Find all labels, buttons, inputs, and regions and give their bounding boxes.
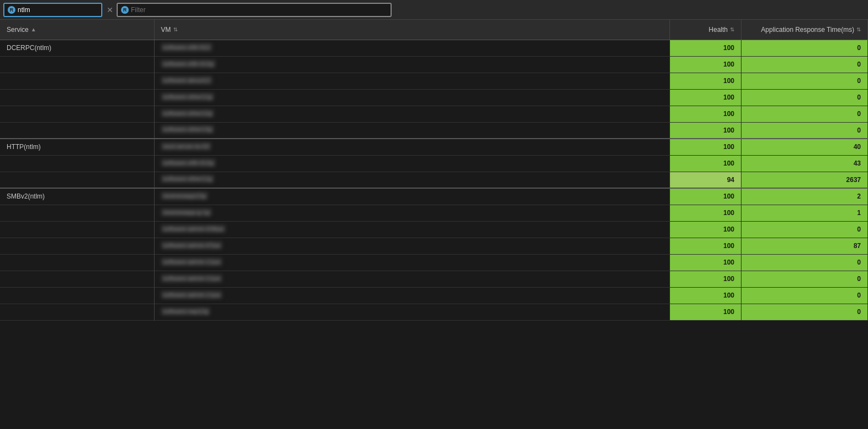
health-cell: 100 <box>670 155 741 172</box>
top-bar: R ✕ R <box>0 0 868 20</box>
health-cell: 100 <box>670 122 741 139</box>
filter-input[interactable] <box>131 6 384 14</box>
art-cell: 0 <box>741 122 868 139</box>
table-row: software-admin-11pa1000 <box>0 271 868 287</box>
table-row: software-other11g942637 <box>0 172 868 188</box>
vm-cell: software-other12g <box>154 106 670 122</box>
health-cell: 100 <box>670 238 741 254</box>
service-cell <box>0 205 154 221</box>
art-cell: 0 <box>741 221 868 238</box>
service-cell <box>0 238 154 254</box>
health-cell: 100 <box>670 221 741 238</box>
vm-cell: software-admin-07pa <box>154 238 670 254</box>
service-cell: HTTP(ntlm) <box>0 139 154 155</box>
art-cell: 0 <box>741 56 868 73</box>
health-cell: 100 <box>670 106 741 122</box>
table-header-row: Service ▲ VM ⇅ Health ⇅ <box>0 20 868 40</box>
health-cell: 100 <box>670 205 741 221</box>
health-cell: 100 <box>670 89 741 106</box>
data-table: Service ▲ VM ⇅ Health ⇅ <box>0 20 868 321</box>
vm-cell: software-x86-013g <box>154 56 670 73</box>
health-cell: 94 <box>670 172 741 188</box>
health-cell: 100 <box>670 254 741 271</box>
art-cell: 0 <box>741 304 868 320</box>
sort-icon-service: ▲ <box>31 26 36 32</box>
art-cell: 87 <box>741 238 868 254</box>
art-cell: 0 <box>741 254 868 271</box>
vm-cell: software-admin-11pa <box>154 287 670 304</box>
vm-cell: software-other13g <box>154 122 670 139</box>
table-row: SMBv2(ntlm)newnewapp13g1002 <box>0 188 868 205</box>
art-cell: 1 <box>741 205 868 221</box>
table-row: software-other11g1000 <box>0 89 868 106</box>
search-tag-circle: R <box>8 6 15 14</box>
table-row: software-about121000 <box>0 73 868 89</box>
vm-cell: software-admin-038pa <box>154 221 670 238</box>
service-cell <box>0 271 154 287</box>
table-row: software-admin-07pa10087 <box>0 238 868 254</box>
search-input[interactable] <box>18 6 73 14</box>
art-cell: 0 <box>741 271 868 287</box>
table-row: software-admin-038pa1000 <box>0 221 868 238</box>
art-cell: 0 <box>741 106 868 122</box>
service-cell <box>0 287 154 304</box>
health-cell: 100 <box>670 139 741 155</box>
vm-cell: software-x86-013g <box>154 155 670 172</box>
vm-cell: software-nap12g <box>154 304 670 320</box>
service-cell <box>0 56 154 73</box>
col-header-art[interactable]: Application Response Time(ms) ⇅ <box>741 20 868 40</box>
art-cell: 0 <box>741 40 868 56</box>
table-row: software-nap12g1000 <box>0 304 868 320</box>
art-cell: 43 <box>741 155 868 172</box>
service-cell <box>0 254 154 271</box>
service-cell <box>0 89 154 106</box>
table-row: software-admin-11pa1000 <box>0 287 868 304</box>
table-row: DCERPC(ntlm)software-x86-0121000 <box>0 40 868 56</box>
data-table-container: Service ▲ VM ⇅ Health ⇅ <box>0 20 868 321</box>
close-icon[interactable]: ✕ <box>107 6 113 14</box>
art-cell: 0 <box>741 73 868 89</box>
search-tag[interactable]: R <box>3 3 102 17</box>
table-row: newnewapp-g-1g1001 <box>0 205 868 221</box>
table-row: software-x86-013g10043 <box>0 155 868 172</box>
art-cell: 2 <box>741 188 868 205</box>
table-row: software-x86-013g1000 <box>0 56 868 73</box>
col-header-health[interactable]: Health ⇅ <box>670 20 741 40</box>
vm-cell: software-x86-012 <box>154 40 670 56</box>
vm-cell: software-admin-11pa <box>154 271 670 287</box>
table-row: HTTP(ntlm)next-server-to-0210040 <box>0 139 868 155</box>
health-cell: 100 <box>670 56 741 73</box>
service-cell: SMBv2(ntlm) <box>0 188 154 205</box>
art-cell: 2637 <box>741 172 868 188</box>
service-cell <box>0 304 154 320</box>
vm-cell: newnewapp13g <box>154 188 670 205</box>
sort-icon-vm: ⇅ <box>173 26 178 32</box>
health-cell: 100 <box>670 188 741 205</box>
table-row: software-admin-11pa1000 <box>0 254 868 271</box>
art-cell: 40 <box>741 139 868 155</box>
art-cell: 0 <box>741 89 868 106</box>
col-header-service[interactable]: Service ▲ <box>0 20 154 40</box>
sort-icon-art: ⇅ <box>856 26 861 32</box>
sort-icon-health: ⇅ <box>730 26 734 32</box>
vm-cell: software-about12 <box>154 73 670 89</box>
service-cell <box>0 106 154 122</box>
service-cell <box>0 172 154 188</box>
table-body: DCERPC(ntlm)software-x86-0121000software… <box>0 40 868 320</box>
art-cell: 0 <box>741 287 868 304</box>
service-cell <box>0 155 154 172</box>
health-cell: 100 <box>670 287 741 304</box>
vm-cell: software-other11g <box>154 89 670 106</box>
col-header-vm[interactable]: VM ⇅ <box>154 20 670 40</box>
service-cell <box>0 122 154 139</box>
filter-tag[interactable]: R <box>117 3 392 17</box>
vm-cell: software-admin-11pa <box>154 254 670 271</box>
service-cell <box>0 73 154 89</box>
vm-cell: software-other11g <box>154 172 670 188</box>
filter-tag-circle: R <box>121 6 129 14</box>
service-cell: DCERPC(ntlm) <box>0 40 154 56</box>
service-cell <box>0 221 154 238</box>
vm-cell: newnewapp-g-1g <box>154 205 670 221</box>
table-row: software-other12g1000 <box>0 106 868 122</box>
health-cell: 100 <box>670 40 741 56</box>
